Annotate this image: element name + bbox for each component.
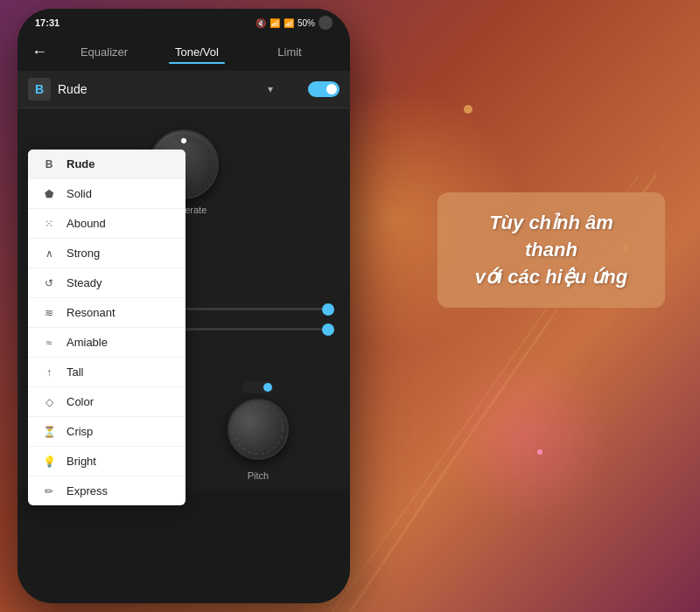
- app-content: B Rude ▾ B Rude ⬟ Solid ⁙: [18, 71, 350, 490]
- dropdown-item-label-bright: Bright: [66, 455, 96, 468]
- dropdown-item-bright[interactable]: 💡 Bright: [28, 447, 186, 476]
- dropdown-item-label-tall: Tall: [66, 365, 84, 379]
- svg-point-4: [234, 405, 284, 455]
- dropdown-menu: B Rude ⬟ Solid ⁙ Abound ∧ Strong: [28, 150, 186, 505]
- dropdown-item-label-resonant: Resonant: [66, 306, 116, 319]
- svg-point-5: [242, 413, 275, 446]
- pitch-label: Pitch: [248, 470, 269, 481]
- dropdown-item-resonant[interactable]: ≋ Resonant: [28, 298, 186, 328]
- tab-tonevol[interactable]: Tone/Vol: [150, 40, 243, 64]
- dropdown-row[interactable]: B Rude ▾: [18, 71, 350, 108]
- dropdown-item-label-express: Express: [66, 484, 108, 497]
- dropdown-item-express[interactable]: ✏ Express: [28, 476, 186, 505]
- info-box-text: Tùy chỉnh âm thanh với các hiệu ứng: [462, 210, 640, 290]
- wifi-icon: 📶: [270, 18, 280, 28]
- steady-icon: ↺: [40, 277, 58, 289]
- color-icon: ◇: [40, 396, 58, 408]
- dropdown-item-label-steady: Steady: [66, 276, 102, 289]
- dropdown-arrow-icon: ▾: [268, 83, 273, 95]
- info-line2: với các hiệu ứng: [475, 266, 627, 288]
- pitch-knob[interactable]: [228, 399, 289, 460]
- info-box: Tùy chỉnh âm thanh với các hiệu ứng: [438, 192, 665, 308]
- crisp-icon: ⏳: [40, 426, 58, 438]
- solid-icon: ⬟: [40, 188, 58, 200]
- preset-name: Rude: [58, 82, 268, 96]
- tab-equalizer[interactable]: Equalizer: [58, 40, 150, 64]
- dropdown-item-label-solid: Solid: [66, 187, 92, 200]
- resonant-icon: ≋: [40, 307, 58, 319]
- dropdown-item-label-rude: Rude: [66, 157, 95, 170]
- battery-icon: 50%: [298, 18, 315, 28]
- phone-screen: 17:31 🔇 📶 📶 50% ← Equalizer Tone/Vol Lim…: [18, 9, 350, 603]
- abound-icon: ⁙: [40, 218, 58, 230]
- dropdown-item-abound[interactable]: ⁙ Abound: [28, 209, 186, 239]
- dropdown-item-label-color: Color: [66, 395, 94, 408]
- status-bar: 17:31 🔇 📶 📶 50%: [18, 9, 350, 33]
- strong-icon: ∧: [40, 247, 58, 260]
- status-icons: 🔇 📶 📶 50%: [256, 16, 332, 30]
- slider-thumb-2[interactable]: [322, 323, 334, 336]
- dropdown-item-label-crisp: Crisp: [66, 425, 93, 438]
- nav-bar: ← Equalizer Tone/Vol Limit: [18, 33, 350, 71]
- info-line1: Tùy chỉnh âm thanh: [489, 212, 613, 261]
- dropdown-item-rude[interactable]: B Rude: [28, 150, 186, 179]
- toggle-switch[interactable]: [308, 81, 340, 97]
- bright-icon: 💡: [40, 456, 58, 468]
- phone-outer: 17:31 🔇 📶 📶 50% ← Equalizer Tone/Vol Lim…: [18, 9, 350, 603]
- pitch-knob-col: Pitch: [228, 381, 289, 481]
- rude-icon: B: [40, 158, 58, 170]
- dropdown-item-label-strong: Strong: [66, 247, 100, 260]
- status-time: 17:31: [35, 17, 60, 28]
- express-icon: ✏: [40, 485, 58, 497]
- tab-limit[interactable]: Limit: [243, 40, 336, 64]
- signal-icon: 📶: [284, 18, 294, 28]
- nav-tabs: Equalizer Tone/Vol Limit: [58, 40, 336, 64]
- mute-icon: 🔇: [256, 18, 266, 28]
- preset-letter: B: [28, 78, 51, 101]
- dropdown-item-label-amiable: Amiable: [66, 336, 108, 349]
- dropdown-item-steady[interactable]: ↺ Steady: [28, 268, 186, 298]
- dropdown-item-amiable[interactable]: ≈ Amiable: [28, 328, 186, 358]
- dropdown-item-solid[interactable]: ⬟ Solid: [28, 179, 186, 209]
- back-button[interactable]: ←: [32, 43, 47, 61]
- dropdown-item-tall[interactable]: ↑ Tall: [28, 358, 186, 387]
- dropdown-item-strong[interactable]: ∧ Strong: [28, 239, 186, 268]
- pitch-indicator-dot: [263, 383, 272, 392]
- phone-device: 17:31 🔇 📶 📶 50% ← Equalizer Tone/Vol Lim…: [18, 9, 350, 603]
- dropdown-item-color[interactable]: ◇ Color: [28, 387, 186, 417]
- pitch-indicator: [242, 381, 274, 393]
- slider-thumb-1[interactable]: [322, 303, 334, 316]
- tall-icon: ↑: [40, 366, 58, 379]
- dropdown-item-crisp[interactable]: ⏳ Crisp: [28, 417, 186, 447]
- dropdown-item-label-abound: Abound: [66, 217, 106, 230]
- power-button-icon: [318, 16, 332, 30]
- amiable-icon: ≈: [40, 337, 58, 349]
